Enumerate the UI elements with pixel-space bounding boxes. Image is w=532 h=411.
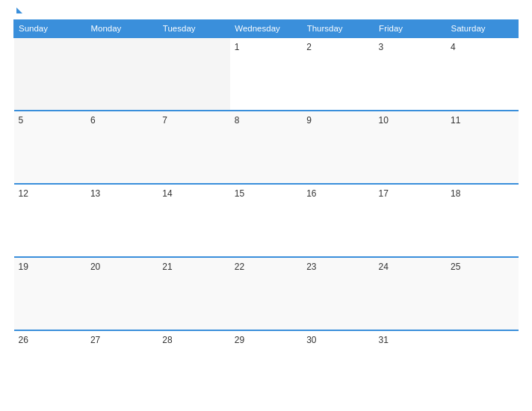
day-number: 18 <box>451 188 460 199</box>
calendar-day-cell <box>446 330 518 404</box>
calendar-day-cell: 12 <box>14 184 86 257</box>
day-number: 31 <box>379 335 389 345</box>
calendar-day-cell: 18 <box>446 184 518 257</box>
calendar-day-cell: 8 <box>230 111 302 184</box>
calendar-day-cell: 25 <box>446 257 518 330</box>
calendar-day-cell: 3 <box>374 37 446 111</box>
day-number: 15 <box>235 188 244 199</box>
logo-text-block <box>13 7 22 15</box>
calendar-week-row: 1234 <box>14 37 519 111</box>
day-number: 16 <box>306 188 316 199</box>
day-number: 24 <box>379 262 389 272</box>
calendar-day-cell: 30 <box>302 330 374 404</box>
calendar-day-cell: 15 <box>230 184 302 257</box>
day-number: 14 <box>162 188 172 199</box>
calendar-day-cell: 17 <box>374 184 446 257</box>
day-number: 3 <box>379 42 384 52</box>
calendar-day-cell: 7 <box>158 111 229 184</box>
calendar-day-cell: 1 <box>230 37 302 111</box>
calendar-day-cell: 29 <box>230 330 302 404</box>
day-number: 6 <box>90 115 96 126</box>
calendar-week-row: 567891011 <box>14 111 519 184</box>
calendar-day-cell: 21 <box>158 257 229 330</box>
calendar-day-cell: 26 <box>14 330 86 404</box>
page-wrapper: SundayMondayTuesdayWednesdayThursdayFrid… <box>0 0 532 411</box>
day-number: 13 <box>90 188 100 199</box>
calendar-day-cell: 10 <box>374 111 446 184</box>
calendar-day-cell: 2 <box>302 37 374 111</box>
day-number: 19 <box>19 262 28 272</box>
calendar-day-cell <box>86 37 158 111</box>
day-number: 7 <box>162 115 167 126</box>
weekday-header-row: SundayMondayTuesdayWednesdayThursdayFrid… <box>14 20 519 38</box>
day-number: 1 <box>235 42 240 52</box>
day-number: 12 <box>19 188 28 199</box>
calendar-week-row: 262728293031 <box>14 330 519 404</box>
calendar-day-cell: 19 <box>14 257 86 330</box>
day-number: 10 <box>379 115 389 126</box>
header <box>13 7 519 19</box>
calendar-day-cell: 16 <box>302 184 374 257</box>
weekday-header-tuesday: Tuesday <box>158 20 229 38</box>
weekday-header-friday: Friday <box>374 20 446 38</box>
day-number: 30 <box>306 335 316 345</box>
calendar-day-cell: 24 <box>374 257 446 330</box>
day-number: 27 <box>90 335 100 345</box>
day-number: 8 <box>235 115 240 126</box>
day-number: 26 <box>19 335 28 345</box>
day-number: 28 <box>162 335 172 345</box>
calendar-day-cell: 9 <box>302 111 374 184</box>
calendar-day-cell: 23 <box>302 257 374 330</box>
logo <box>13 7 22 15</box>
day-number: 5 <box>19 115 24 126</box>
calendar-day-cell: 4 <box>446 37 518 111</box>
logo-triangle-icon <box>16 7 22 13</box>
calendar-table: SundayMondayTuesdayWednesdayThursdayFrid… <box>13 19 519 404</box>
day-number: 21 <box>162 262 172 272</box>
calendar-day-cell <box>158 37 229 111</box>
calendar-day-cell: 28 <box>158 330 229 404</box>
calendar-week-row: 19202122232425 <box>14 257 519 330</box>
calendar-day-cell: 22 <box>230 257 302 330</box>
calendar-day-cell: 27 <box>86 330 158 404</box>
day-number: 25 <box>451 262 460 272</box>
day-number: 22 <box>235 262 244 272</box>
calendar-day-cell: 5 <box>14 111 86 184</box>
weekday-header-saturday: Saturday <box>446 20 518 38</box>
weekday-header-thursday: Thursday <box>302 20 374 38</box>
day-number: 9 <box>306 115 312 126</box>
day-number: 17 <box>379 188 389 199</box>
weekday-header-sunday: Sunday <box>14 20 86 38</box>
weekday-header-wednesday: Wednesday <box>230 20 302 38</box>
calendar-day-cell: 20 <box>86 257 158 330</box>
calendar-day-cell: 31 <box>374 330 446 404</box>
calendar-header: SundayMondayTuesdayWednesdayThursdayFrid… <box>14 20 519 38</box>
day-number: 2 <box>306 42 312 52</box>
calendar-body: 1234567891011121314151617181920212223242… <box>14 37 519 404</box>
calendar-day-cell: 6 <box>86 111 158 184</box>
day-number: 20 <box>90 262 100 272</box>
calendar-day-cell: 14 <box>158 184 229 257</box>
day-number: 29 <box>235 335 244 345</box>
weekday-header-monday: Monday <box>86 20 158 38</box>
day-number: 11 <box>451 115 460 126</box>
calendar-day-cell: 11 <box>446 111 518 184</box>
calendar-day-cell <box>14 37 86 111</box>
calendar-week-row: 12131415161718 <box>14 184 519 257</box>
day-number: 4 <box>451 42 456 52</box>
calendar-day-cell: 13 <box>86 184 158 257</box>
day-number: 23 <box>306 262 316 272</box>
